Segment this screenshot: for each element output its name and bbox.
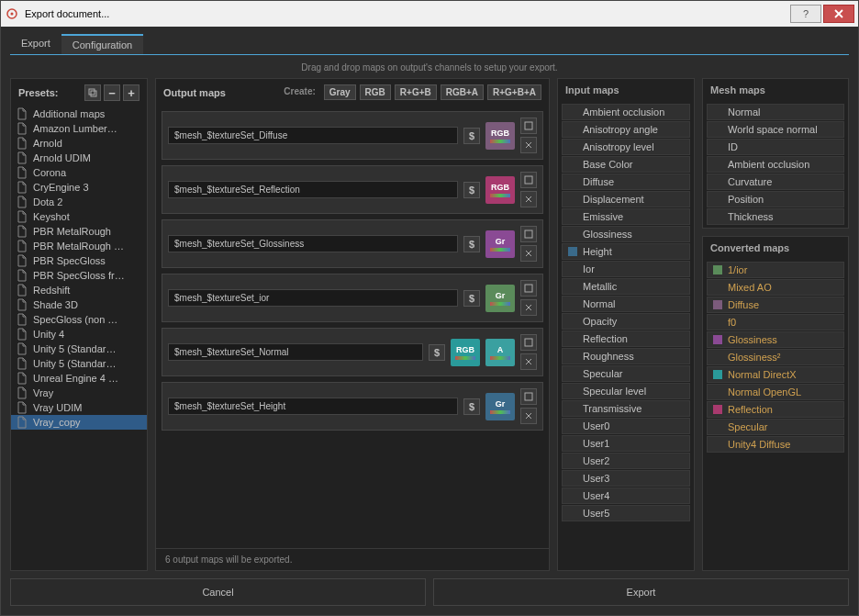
input-map-item[interactable]: Ior [562,261,690,277]
create-rgb -button[interactable]: RGB [360,84,391,100]
preset-item[interactable]: Vray [11,386,147,400]
token-button[interactable]: $ [463,128,480,144]
row-remove-button[interactable] [520,299,537,316]
preset-item[interactable]: Vray_copy [11,415,147,430]
input-map-item[interactable]: Transmissive [562,400,690,417]
preset-item[interactable]: Additional maps [11,106,147,121]
preset-item[interactable]: Corona [11,165,147,180]
preset-item[interactable]: Dota 2 [11,195,147,209]
row-remove-button[interactable] [520,191,537,207]
preset-item[interactable]: PBR SpecGloss fr… [11,268,147,283]
preset-item[interactable]: Unreal Engine 4 … [11,371,147,386]
input-map-item[interactable]: Roughness [562,348,690,364]
input-map-item[interactable]: Ambient occlusion [562,104,690,120]
create-rgb -button[interactable]: R+G+B [395,84,437,100]
row-remove-button[interactable] [520,353,537,370]
preset-item[interactable]: PBR MetalRough [11,224,147,239]
cancel-button[interactable]: Cancel [10,578,426,606]
create-rgba -button[interactable]: RGB+A [441,84,484,100]
preset-item[interactable]: SpecGloss (non … [11,312,147,327]
channel-chip[interactable]: Gr [485,393,515,420]
mesh-map-item[interactable]: Thickness [707,208,844,225]
row-option-button[interactable] [520,226,537,242]
row-option-button[interactable] [520,334,537,351]
input-map-item[interactable]: User3 [562,470,690,487]
close-button[interactable] [823,5,854,23]
token-button[interactable]: $ [463,236,480,252]
input-map-item[interactable]: Base Color [562,156,690,173]
input-map-item[interactable]: Normal [562,296,690,312]
input-map-item[interactable]: Metallic [562,278,690,295]
preset-item[interactable]: Shade 3D [11,297,147,312]
input-map-item[interactable]: Opacity [562,313,690,330]
row-option-button[interactable] [520,118,537,134]
converted-map-item[interactable]: Specular [707,419,844,435]
input-map-item[interactable]: Reflection [562,330,690,347]
texture-name-input[interactable] [168,181,458,198]
texture-name-input[interactable] [168,343,423,361]
input-map-item[interactable]: User1 [562,435,690,452]
input-map-item[interactable]: Diffuse [562,174,690,190]
row-option-button[interactable] [520,172,537,188]
help-button[interactable]: ? [790,5,821,23]
channel-chip[interactable]: RGB [451,339,480,366]
token-button[interactable]: $ [463,398,480,415]
row-remove-button[interactable] [520,137,537,153]
input-map-item[interactable]: User0 [562,418,690,434]
converted-map-item[interactable]: f0 [707,314,844,330]
preset-copy-button[interactable] [84,84,101,101]
preset-item[interactable]: Unity 5 (Standar… [11,356,147,371]
mesh-map-item[interactable]: ID [707,139,844,155]
preset-add-button[interactable]: + [123,84,139,101]
channel-chip[interactable]: Gr [485,230,515,258]
preset-item[interactable]: Amazon Lumber… [11,121,147,136]
channel-chip[interactable]: Gr [485,285,515,312]
texture-name-input[interactable] [168,398,458,415]
row-remove-button[interactable] [520,245,537,262]
channel-chip[interactable]: A [485,339,515,366]
row-option-button[interactable] [520,280,537,297]
row-remove-button[interactable] [520,408,537,424]
input-map-item[interactable]: Specular level [562,383,690,399]
token-button[interactable]: $ [429,344,445,361]
mesh-map-item[interactable]: Curvature [707,174,844,190]
create-gray -button[interactable]: Gray [324,84,356,100]
preset-item[interactable]: Keyshot [11,209,147,224]
texture-name-input[interactable] [168,289,458,307]
converted-map-item[interactable]: Normal OpenGL [707,384,844,400]
preset-item[interactable]: Unity 4 [11,327,147,342]
tab-export[interactable]: Export [10,34,61,54]
tab-configuration[interactable]: Configuration [61,34,143,54]
preset-item[interactable]: CryEngine 3 [11,180,147,195]
mesh-map-item[interactable]: Position [707,191,844,207]
channel-chip[interactable]: RGB [485,122,515,150]
converted-map-item[interactable]: Diffuse [707,297,844,313]
input-map-item[interactable]: User2 [562,453,690,469]
row-option-button[interactable] [520,388,537,405]
preset-item[interactable]: Vray UDIM [11,400,147,415]
converted-map-item[interactable]: Mixed AO [707,279,844,296]
preset-item[interactable]: Redshift [11,283,147,297]
input-map-item[interactable]: Specular [562,365,690,382]
texture-name-input[interactable] [168,235,458,252]
texture-name-input[interactable] [168,127,458,144]
mesh-map-item[interactable]: World space normal [707,121,844,138]
preset-item[interactable]: Arnold [11,136,147,151]
create-rgba -button[interactable]: R+G+B+A [487,84,541,100]
token-button[interactable]: $ [463,290,480,307]
converted-map-item[interactable]: Normal DirectX [707,366,844,383]
input-map-item[interactable]: User5 [562,505,690,521]
input-map-item[interactable]: Emissive [562,208,690,225]
preset-item[interactable]: PBR MetalRough … [11,239,147,253]
converted-map-item[interactable]: Glossiness² [707,349,844,365]
preset-remove-button[interactable]: − [104,84,120,101]
preset-item[interactable]: Unity 5 (Standar… [11,342,147,356]
input-map-item[interactable]: User4 [562,487,690,504]
converted-map-item[interactable]: Reflection [707,401,844,418]
export-button[interactable]: Export [433,578,849,606]
input-map-item[interactable]: Height [562,243,690,260]
converted-map-item[interactable]: 1/ior [707,262,844,278]
converted-map-item[interactable]: Unity4 Diffuse [707,436,844,453]
preset-item[interactable]: PBR SpecGloss [11,253,147,268]
token-button[interactable]: $ [463,182,480,198]
